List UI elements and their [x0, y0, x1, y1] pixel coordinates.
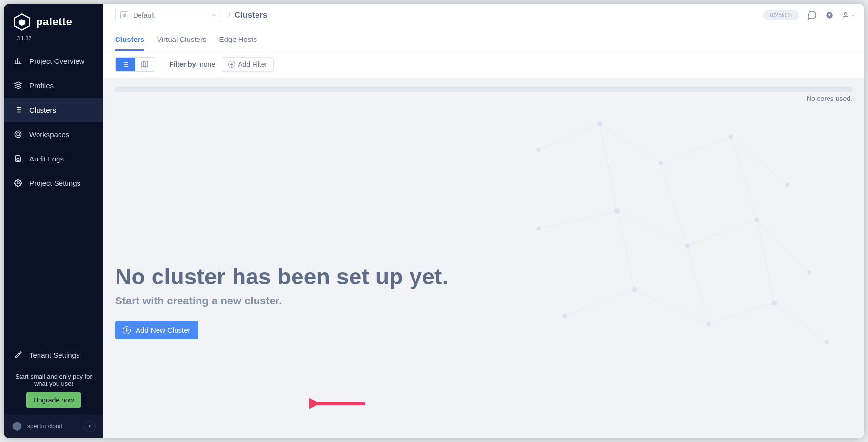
toolbar-divider: [162, 59, 162, 70]
main-content: Default / Clusters 0/25kCh: [103, 4, 864, 438]
list-icon: [14, 105, 22, 114]
sidebar-item-label: Clusters: [29, 106, 56, 114]
chat-icon[interactable]: [807, 10, 817, 20]
sidebar-item-label: Project Settings: [29, 179, 80, 187]
palette-logo-icon: [13, 13, 31, 31]
sidebar-item-label: Audit Logs: [29, 155, 64, 163]
cores-usage-text: No cores used.: [103, 95, 852, 102]
sidebar: palette 3.1.37 Project Overview Profiles: [4, 4, 103, 438]
project-icon: [120, 11, 128, 19]
project-selector-value: Default: [133, 11, 206, 19]
svg-point-5: [17, 182, 20, 184]
filter-label: Filter by: none: [169, 60, 215, 68]
star-icon[interactable]: [825, 11, 834, 20]
tab-edge-hosts[interactable]: Edge Hosts: [219, 30, 257, 51]
svg-point-35: [754, 217, 760, 222]
svg-point-28: [597, 121, 603, 126]
add-filter-button[interactable]: Add Filter: [222, 57, 274, 72]
sidebar-item-label: Tenant Settings: [29, 351, 79, 359]
spectrocloud-icon: [12, 421, 22, 432]
promo-text: Start small and only pay for what you us…: [10, 373, 98, 387]
breadcrumb-separator: /: [228, 11, 230, 20]
sidebar-item-profiles[interactable]: Profiles: [4, 73, 103, 98]
add-new-cluster-button[interactable]: Add New Cluster: [115, 321, 198, 339]
sidebar-item-clusters[interactable]: Clusters: [4, 98, 103, 122]
brand-name: palette: [36, 16, 72, 28]
app-version: 3.1.37: [4, 35, 103, 41]
upgrade-promo: Start small and only pay for what you us…: [4, 367, 103, 415]
view-list-button[interactable]: [116, 58, 135, 71]
cores-usage-bar: [115, 87, 852, 92]
svg-point-8: [844, 13, 847, 15]
svg-point-2: [15, 131, 21, 138]
add-filter-label: Add Filter: [238, 60, 267, 68]
sidebar-item-label: Profiles: [29, 81, 54, 90]
breadcrumb-current: Clusters: [234, 10, 267, 20]
stack-icon: [14, 81, 22, 90]
sidebar-item-label: Workspaces: [29, 130, 69, 139]
add-new-cluster-label: Add New Cluster: [136, 326, 191, 334]
tab-clusters[interactable]: Clusters: [115, 30, 144, 51]
svg-line-13: [539, 211, 617, 229]
chart-icon: [14, 57, 22, 65]
svg-line-21: [600, 124, 617, 211]
view-map-button[interactable]: [135, 58, 155, 71]
sidebar-item-label: Project Overview: [29, 57, 84, 65]
collapse-sidebar-button[interactable]: [84, 421, 96, 432]
svg-line-10: [600, 124, 661, 163]
list-toolbar: Filter by: none Add Filter: [103, 51, 864, 78]
svg-point-41: [825, 340, 829, 344]
app-window: palette 3.1.37 Project Overview Profiles: [4, 4, 864, 438]
view-mode-toggle: [115, 57, 155, 72]
tabs: Clusters Virtual Clusters Edge Hosts: [103, 25, 864, 51]
sidebar-nav: Project Overview Profiles Clusters Works…: [4, 49, 103, 195]
svg-point-27: [536, 148, 541, 152]
svg-line-9: [539, 124, 600, 150]
svg-point-32: [536, 226, 541, 231]
gear-icon: [14, 179, 22, 187]
plus-circle-icon: [228, 61, 235, 68]
svg-line-11: [661, 137, 730, 163]
topbar-right: 0/25kCh: [763, 10, 855, 20]
sidebar-item-workspaces[interactable]: Workspaces: [4, 122, 103, 146]
svg-marker-1: [19, 19, 25, 26]
svg-point-31: [785, 183, 789, 187]
brand-logo: palette: [4, 4, 103, 34]
svg-line-14: [617, 211, 687, 246]
topbar: Default / Clusters 0/25kCh: [103, 4, 864, 25]
svg-line-22: [661, 163, 687, 246]
quota-pill: 0/25kCh: [763, 10, 799, 20]
tools-icon: [14, 350, 22, 359]
svg-line-15: [687, 220, 757, 246]
svg-point-3: [17, 133, 20, 136]
empty-state: No cluster has been set up yet. Start wi…: [115, 263, 852, 339]
empty-title: No cluster has been set up yet.: [115, 263, 852, 290]
svg-line-23: [730, 137, 757, 220]
doc-search-icon: [14, 154, 22, 163]
sidebar-item-audit-logs[interactable]: Audit Logs: [4, 146, 103, 171]
svg-point-30: [728, 134, 733, 140]
sidebar-item-project-overview[interactable]: Project Overview: [4, 49, 103, 73]
content-area: No cores used.: [103, 78, 864, 438]
plus-circle-icon: [123, 326, 131, 334]
svg-point-29: [659, 161, 663, 165]
sidebar-item-project-settings[interactable]: Project Settings: [4, 171, 103, 195]
footer-brand-text: spectro cloud: [27, 423, 62, 430]
svg-point-33: [614, 208, 620, 214]
project-selector[interactable]: Default: [115, 8, 222, 22]
chevron-down-icon: [211, 12, 217, 18]
svg-marker-6: [13, 422, 21, 431]
user-menu[interactable]: [842, 11, 855, 19]
upgrade-button[interactable]: Upgrade now: [26, 392, 80, 408]
sidebar-item-tenant-settings[interactable]: Tenant Settings: [4, 342, 103, 367]
svg-line-12: [730, 137, 787, 185]
chevron-down-icon: [850, 13, 855, 18]
svg-point-34: [685, 244, 689, 248]
annotation-arrow: [309, 396, 368, 411]
target-icon: [14, 130, 22, 139]
breadcrumb: / Clusters: [228, 10, 267, 20]
tab-virtual-clusters[interactable]: Virtual Clusters: [157, 30, 206, 51]
sidebar-footer: spectro cloud: [4, 415, 103, 438]
empty-subtitle: Start with creating a new cluster.: [115, 295, 852, 307]
